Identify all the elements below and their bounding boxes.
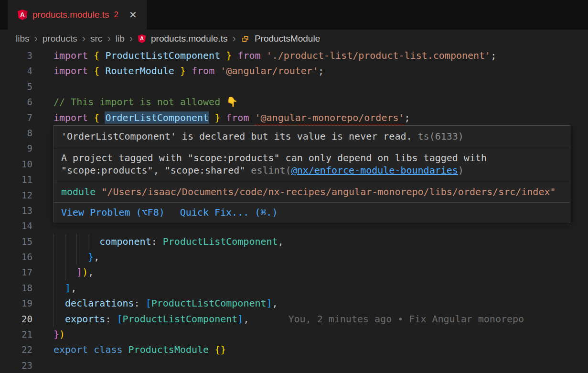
code-token: ProductListComponent (123, 313, 238, 325)
code-token: : (151, 236, 163, 247)
code-token (261, 50, 267, 61)
line-number: 16 (0, 249, 32, 264)
quick-fix-button[interactable]: Quick Fix... (⌘.) (180, 206, 278, 219)
tab-error-count-badge: 2 (114, 10, 118, 20)
svg-text:A: A (140, 35, 144, 41)
chevron-right-icon: › (233, 33, 236, 44)
indent-guide (53, 280, 65, 296)
eslint-rule-link[interactable]: @nx/enforce-module-boundaries (291, 165, 458, 176)
code-token: import (53, 112, 88, 123)
breadcrumb-item-file[interactable]: products.module.ts (151, 33, 228, 44)
eslint-source-prefix: eslint( (251, 165, 291, 176)
indent-guide (65, 249, 76, 264)
code-token (186, 65, 192, 77)
code-content: import { RouterModule } from '@angular/r… (32, 63, 324, 78)
editor[interactable]: 3import { ProductListComponent } from '.… (0, 48, 588, 373)
indent-guide (88, 234, 99, 249)
line-number: 5 (0, 79, 32, 94)
code-token: , (94, 251, 99, 263)
line-number: 17 (0, 264, 32, 280)
code-token: ) (59, 329, 65, 340)
code-token: // This import is not allowed (53, 96, 226, 108)
code-token: '@angular-monorepo/orders' (255, 112, 405, 123)
code-token: './product-list/product-list.component' (267, 50, 491, 61)
angular-icon: A (138, 34, 146, 44)
code-content (32, 172, 53, 187)
line-number: 6 (0, 94, 32, 110)
code-token: { (94, 65, 99, 77)
code-token: , (71, 282, 76, 294)
line-number: 4 (0, 63, 32, 78)
code-token: } (180, 65, 186, 77)
indent-guide (76, 249, 88, 264)
code-token (232, 50, 237, 61)
breadcrumb-item-products[interactable]: products (43, 33, 77, 44)
code-line[interactable]: 15 component: ProductListComponent, (0, 234, 588, 249)
code-content (32, 203, 53, 218)
code-token: } (226, 50, 232, 61)
ts-diagnostic-code: ts(6133) (418, 131, 464, 142)
line-number: 15 (0, 234, 32, 249)
code-token: , (88, 266, 94, 278)
code-line[interactable]: 18 ], (0, 280, 588, 296)
code-token: , (278, 236, 284, 247)
code-line[interactable]: 4import { RouterModule } from '@angular/… (0, 63, 588, 78)
line-number: 18 (0, 280, 32, 296)
code-line[interactable]: 21}) (0, 327, 588, 342)
breadcrumb-item-symbol[interactable]: ProductsModule (255, 33, 320, 44)
vscode-window: A products.module.ts 2 ✕ libs › products… (0, 0, 588, 373)
close-icon[interactable]: ✕ (129, 9, 137, 21)
code-content: component: ProductListComponent, (32, 234, 284, 249)
code-token: ] (267, 297, 272, 309)
line-number: 14 (0, 218, 32, 233)
code-token (88, 50, 94, 61)
line-number: 12 (0, 187, 32, 203)
code-content: export class ProductsModule {} (32, 342, 226, 357)
code-token (214, 65, 220, 77)
code-line[interactable]: 6// This import is not allowed 👇 (0, 94, 588, 110)
code-token: ] (76, 266, 82, 278)
code-token: export (53, 344, 88, 355)
code-token: , (243, 313, 249, 325)
code-token (123, 344, 128, 355)
breadcrumb-item-lib[interactable]: lib (116, 33, 125, 44)
code-line[interactable]: 22export class ProductsModule {} (0, 342, 588, 357)
hover-popup: 'OrderListComponent' is declared but its… (53, 125, 570, 222)
code-content (32, 358, 53, 373)
code-line[interactable]: 17 ]), (0, 264, 588, 280)
code-token (220, 112, 226, 123)
class-symbol-icon (241, 34, 250, 44)
line-number: 3 (0, 48, 32, 63)
code-content (32, 141, 53, 156)
code-token: from (237, 50, 260, 61)
code-token: } (214, 112, 220, 123)
code-content: ]), (32, 264, 94, 280)
tab-products-module[interactable]: A products.module.ts 2 ✕ (8, 0, 147, 30)
code-token: ProductListComponent (151, 297, 267, 309)
indent-guide (53, 311, 65, 327)
code-content: declarations: [ProductListComponent], (32, 296, 278, 311)
tab-title: products.module.ts (32, 10, 109, 20)
code-token: ; (405, 112, 410, 123)
code-token (99, 112, 105, 123)
code-line[interactable]: 7import { OrderListComponent } from '@an… (0, 110, 588, 125)
module-path: "/Users/isaac/Documents/code/nx-recipes/… (101, 186, 556, 197)
line-number: 9 (0, 141, 32, 156)
breadcrumb-item-libs[interactable]: libs (16, 33, 30, 44)
eslint-source-suffix: ) (458, 165, 464, 176)
code-content (32, 187, 53, 203)
code-token (88, 344, 94, 355)
breadcrumb-item-src[interactable]: src (90, 33, 102, 44)
code-line[interactable]: 3import { ProductListComponent } from '.… (0, 48, 588, 63)
code-token: } (53, 329, 59, 340)
code-token: 👇 (226, 96, 238, 108)
code-line[interactable]: 19 declarations: [ProductListComponent], (0, 296, 588, 311)
view-problem-button[interactable]: View Problem (⌥F8) (61, 206, 165, 219)
code-line[interactable]: 5 (0, 79, 588, 94)
code-content: exports: [ProductListComponent],You, 2 m… (32, 311, 524, 327)
code-line[interactable]: 23 (0, 358, 588, 373)
code-line[interactable]: 20 exports: [ProductListComponent],You, … (0, 311, 588, 327)
code-token: : (134, 297, 146, 309)
code-content (32, 79, 53, 94)
code-line[interactable]: 16 }, (0, 249, 588, 264)
